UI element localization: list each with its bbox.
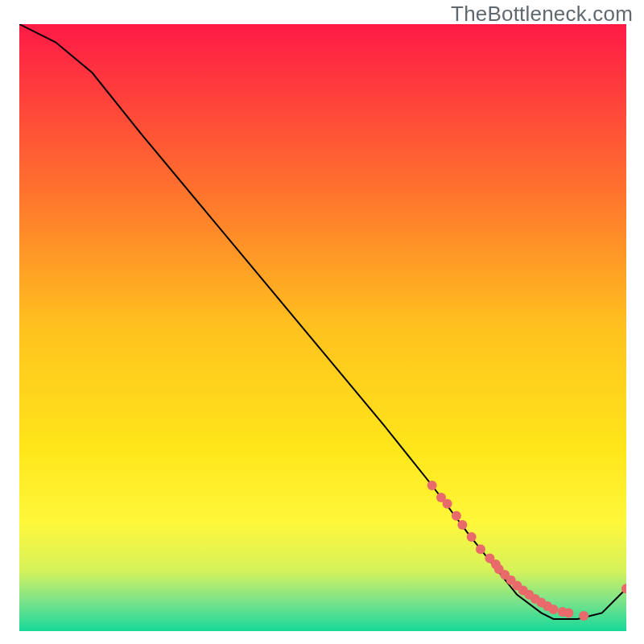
chart-frame: TheBottleneck.com bbox=[0, 0, 644, 644]
plot-area bbox=[19, 24, 626, 631]
scatter-dot bbox=[443, 499, 452, 509]
watermark-label: TheBottleneck.com bbox=[451, 2, 633, 27]
scatter-dot bbox=[427, 481, 437, 490]
scatter-dot bbox=[579, 611, 588, 621]
chart-background bbox=[19, 24, 626, 631]
scatter-dot bbox=[467, 532, 477, 542]
chart-svg bbox=[19, 24, 626, 631]
scatter-dot bbox=[476, 544, 485, 554]
scatter-dot bbox=[457, 520, 467, 530]
scatter-dot bbox=[452, 511, 461, 521]
scatter-dot bbox=[564, 608, 573, 617]
scatter-dot bbox=[549, 605, 559, 614]
